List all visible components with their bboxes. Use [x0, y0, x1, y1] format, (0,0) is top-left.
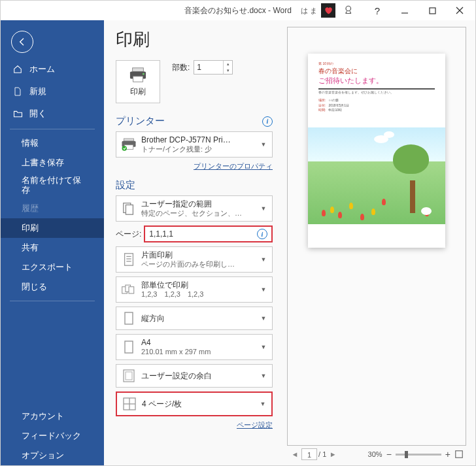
range-sub: 特定のページ、セクション、… — [141, 209, 259, 218]
settings-heading: 設定 — [116, 179, 135, 191]
svg-point-0 — [346, 6, 351, 11]
doc-line2: ご招待いたします。 — [318, 76, 435, 86]
page-total: / 1 — [318, 450, 326, 458]
user-name: は ま — [301, 6, 317, 16]
spinner-down-icon[interactable]: ▼ — [223, 67, 232, 74]
printer-properties-link[interactable]: プリンターのプロパティ — [194, 162, 273, 170]
collate-select[interactable]: 部単位で印刷 1,2,3 1,2,3 1,2,3 ▼ — [116, 276, 273, 303]
doc-tagline: 春の音楽音楽会を催します。ぜひお越しください。 — [318, 91, 435, 94]
sidebar-item-history: 履歴 — [1, 199, 104, 218]
close-button[interactable] — [447, 1, 473, 20]
svg-rect-9 — [124, 139, 134, 141]
zoom-value: 30% — [368, 450, 382, 458]
minimize-button[interactable] — [392, 1, 418, 20]
copies-label: 部数: — [172, 62, 190, 73]
sidebar-item-saveas[interactable]: 名前を付けて保存 — [1, 173, 104, 199]
sidebar-item-new[interactable]: 新規 — [1, 80, 104, 103]
collate-icon — [120, 281, 137, 298]
print-range-select[interactable]: ユーザー指定の範囲 特定のページ、セクション、… ▼ — [116, 195, 273, 222]
zoom-slider[interactable] — [396, 454, 441, 456]
page-number-input[interactable]: 1 — [301, 448, 317, 460]
back-button[interactable] — [11, 31, 33, 53]
svg-rect-21 — [129, 287, 134, 293]
margins-title: ユーザー設定の余白 — [141, 371, 259, 381]
pages-value: 1,1,1,1 — [149, 229, 173, 239]
svg-rect-5 — [133, 67, 144, 71]
chevron-down-icon: ▼ — [259, 286, 268, 293]
avatar[interactable] — [321, 3, 335, 18]
size-title: A4 — [141, 338, 259, 348]
orientation-select[interactable]: 縦方向 ▼ — [116, 307, 273, 330]
copies-value: 1 — [197, 63, 201, 72]
print-preview: 第 10 回の 春の音楽会に ご招待いたします。 春の音楽音楽会を催します。ぜひ… — [287, 27, 466, 446]
printer-info-icon[interactable]: i — [262, 116, 273, 127]
collate-sub: 1,2,3 1,2,3 1,2,3 — [141, 290, 259, 299]
sidebar-label-new: 新規 — [29, 86, 46, 97]
new-icon — [12, 87, 23, 96]
four-up-icon — [121, 395, 138, 412]
maximize-button[interactable] — [419, 1, 445, 20]
zoom-in-button[interactable]: + — [445, 449, 450, 459]
svg-rect-22 — [125, 312, 133, 324]
sidebar-item-options[interactable]: オプション — [1, 446, 104, 465]
papersize-select[interactable]: A4 210.01 mm x 297 mm ▼ — [116, 334, 273, 360]
svg-rect-23 — [125, 341, 133, 353]
sidebar-item-feedback[interactable]: フィードバック — [1, 426, 104, 446]
sidebar-item-save[interactable]: 上書き保存 — [1, 153, 104, 173]
fit-page-icon[interactable] — [454, 450, 464, 459]
spinner-up-icon[interactable]: ▲ — [223, 61, 232, 67]
sides-select[interactable]: 片面印刷 ページの片面のみを印刷し… ▼ — [116, 246, 273, 273]
sidebar-item-print[interactable]: 印刷 — [1, 218, 104, 238]
sidebar-item-account[interactable]: アカウント — [1, 407, 104, 426]
backstage-sidebar: ホーム 新規 開く 情報 上書き保存 名前を付けて保存 履歴 印刷 共有 エクス… — [1, 20, 104, 465]
pages-info-icon[interactable]: i — [257, 229, 267, 239]
help-icon[interactable]: ? — [364, 1, 390, 20]
collate-title: 部単位で印刷 — [141, 280, 259, 290]
margins-icon — [120, 367, 137, 384]
chevron-down-icon: ▼ — [259, 256, 268, 263]
printer-select[interactable]: Brother DCP-J577N Pri… トナー/インク残量: 少 ▼ — [116, 131, 273, 158]
portrait-icon — [120, 310, 137, 327]
svg-rect-15 — [125, 254, 133, 265]
chevron-down-icon: ▼ — [259, 373, 268, 379]
sides-sub: ページの片面のみを印刷し… — [141, 260, 259, 269]
pages-range-icon — [120, 200, 137, 217]
doc-smallred: 第 10 回の — [318, 61, 435, 65]
page-setup-link[interactable]: ページ設定 — [237, 421, 273, 429]
svg-rect-25 — [126, 372, 132, 380]
next-page-button[interactable]: ► — [328, 450, 338, 458]
margins-select[interactable]: ユーザー設定の余白 ▼ — [116, 364, 273, 388]
tell-me-icon[interactable] — [337, 1, 363, 20]
svg-rect-2 — [430, 8, 435, 14]
svg-point-8 — [143, 73, 144, 75]
sidebar-item-home[interactable]: ホーム — [1, 58, 104, 80]
sidebar-item-close[interactable]: 閉じる — [1, 277, 104, 297]
printer-status: トナー/インク残量: 少 — [141, 145, 259, 154]
chevron-down-icon: ▼ — [259, 141, 268, 148]
pages-input[interactable]: 1,1,1,1 i — [144, 225, 273, 242]
chevron-down-icon: ▼ — [258, 401, 267, 407]
print-button[interactable]: 印刷 — [116, 60, 160, 103]
zoom-out-button[interactable]: − — [386, 449, 392, 459]
sidebar-label-home: ホーム — [29, 63, 55, 75]
sidebar-item-info[interactable]: 情報 — [1, 133, 104, 153]
pages-label: ページ: — [116, 229, 141, 240]
svg-rect-29 — [456, 451, 463, 458]
single-side-icon — [120, 251, 137, 268]
doc-line1: 春の音楽会に — [318, 67, 435, 76]
prev-page-button[interactable]: ◄ — [290, 450, 300, 458]
sidebar-item-open[interactable]: 開く — [1, 103, 104, 125]
sidebar-item-export[interactable]: エクスポート — [1, 258, 104, 277]
orientation-title: 縦方向 — [141, 314, 259, 324]
document-preview: 第 10 回の 春の音楽会に ご招待いたします。 春の音楽音楽会を催します。ぜひ… — [308, 54, 445, 248]
chevron-down-icon: ▼ — [259, 315, 268, 322]
pages-per-sheet-select[interactable]: 4 ページ/枚 ▼ — [116, 391, 273, 416]
page-title: 印刷 — [116, 28, 273, 51]
sidebar-item-share[interactable]: 共有 — [1, 238, 104, 258]
copies-spinner[interactable]: 1 ▲▼ — [194, 60, 233, 75]
svg-point-12 — [122, 146, 128, 151]
svg-rect-7 — [133, 76, 143, 81]
chevron-down-icon: ▼ — [259, 205, 268, 212]
paper-size-icon — [120, 339, 137, 356]
size-sub: 210.01 mm x 297 mm — [141, 348, 259, 357]
